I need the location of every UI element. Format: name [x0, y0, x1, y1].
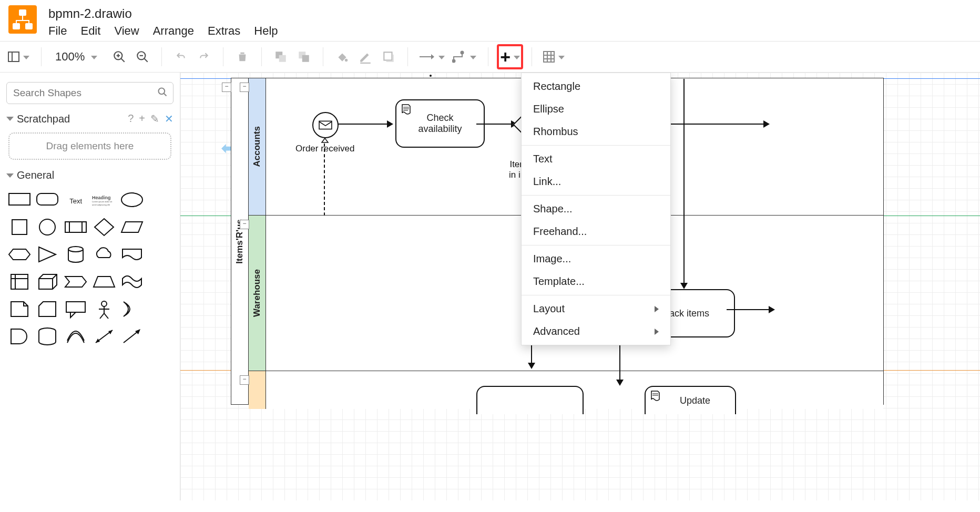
shape-data-store[interactable] [36, 326, 60, 349]
shape-arrow[interactable] [120, 326, 145, 349]
scratchpad-edit-icon[interactable]: ✎ [150, 112, 159, 125]
to-front-button[interactable] [270, 46, 291, 67]
table-button[interactable] [540, 46, 568, 67]
chevron-down-icon [6, 117, 14, 121]
menu-file[interactable]: File [48, 24, 67, 38]
shape-and[interactable] [7, 326, 32, 349]
svg-point-41 [68, 247, 83, 252]
pool-title[interactable]: Items'R'us [231, 78, 249, 404]
menu-help[interactable]: Help [254, 24, 278, 38]
shape-trapezoid[interactable] [92, 272, 116, 294]
shape-hexagon[interactable] [7, 244, 32, 267]
shape-document[interactable] [120, 244, 145, 267]
shape-process[interactable] [64, 217, 88, 239]
delete-button[interactable] [232, 46, 253, 67]
shape-note[interactable] [7, 299, 32, 321]
svg-line-10 [121, 58, 125, 62]
shape-square[interactable] [7, 217, 32, 239]
lane-collapse-button[interactable]: − [240, 83, 249, 92]
task-partial[interactable] [476, 386, 584, 414]
svg-rect-19 [302, 55, 309, 62]
insert-link[interactable]: Link... [522, 170, 670, 193]
svg-rect-53 [319, 121, 332, 129]
sequence-flow[interactable] [476, 124, 516, 125]
zoom-in-button[interactable] [109, 46, 130, 67]
to-back-button[interactable] [293, 46, 314, 67]
scratchpad-close-icon[interactable]: ✕ [165, 112, 173, 125]
shape-circle[interactable] [36, 217, 60, 239]
svg-point-25 [461, 52, 464, 54]
scratchpad-help-icon[interactable]: ? [128, 112, 134, 125]
shadow-button[interactable] [378, 46, 399, 67]
waypoint-style-button[interactable] [450, 46, 479, 67]
zoom-out-button[interactable] [132, 46, 153, 67]
redo-button[interactable] [193, 46, 215, 67]
insert-advanced-submenu[interactable]: Advanced [522, 320, 670, 343]
search-shapes-box[interactable] [6, 82, 173, 104]
zoom-level-label[interactable]: 100% [50, 50, 87, 64]
task-check-availability[interactable]: Check availability [395, 99, 485, 148]
connection-style-button[interactable] [416, 46, 448, 67]
shape-cloud[interactable] [92, 244, 116, 267]
insert-freehand[interactable]: Freehand... [522, 220, 670, 243]
lane-collapse-button[interactable]: − [240, 375, 249, 385]
chevron-down-icon [6, 173, 14, 178]
menu-arrange[interactable]: Arrange [153, 24, 194, 38]
sequence-flow[interactable] [727, 309, 774, 310]
svg-rect-6 [28, 20, 29, 24]
shape-curve[interactable] [64, 326, 88, 349]
shape-cylinder[interactable] [64, 244, 88, 267]
shape-or[interactable] [120, 299, 145, 321]
line-color-button[interactable] [355, 46, 376, 67]
shape-bidir-arrow[interactable] [92, 326, 116, 349]
menu-view[interactable]: View [114, 24, 139, 38]
shape-text[interactable]: Text [64, 190, 88, 212]
shape-parallelogram[interactable] [120, 217, 145, 239]
insert-rectangle[interactable]: Rectangle [522, 75, 670, 98]
insert-ellipse[interactable]: Ellipse [522, 98, 670, 120]
insert-rhombus[interactable]: Rhombus [522, 120, 670, 143]
shape-callout[interactable] [64, 299, 88, 321]
diagram-canvas[interactable]: ⬅ − Items'R'us Accounts − [180, 73, 980, 500]
svg-rect-21 [361, 63, 371, 64]
lane-collapse-button[interactable]: − [240, 220, 249, 229]
insert-button[interactable]: + [497, 44, 523, 69]
shape-internal-storage[interactable] [7, 272, 32, 294]
insert-image[interactable]: Image... [522, 248, 670, 270]
fill-color-button[interactable] [332, 46, 353, 67]
lane-shipping[interactable]: − Update [249, 371, 883, 409]
insert-template[interactable]: Template... [522, 270, 670, 293]
task-update[interactable]: Update [645, 386, 736, 414]
shape-rectangle[interactable] [7, 190, 32, 212]
scratchpad-add-icon[interactable]: + [139, 112, 145, 125]
shape-step[interactable] [64, 272, 88, 294]
shape-textbox[interactable]: HeadingLorem ipsum dolor sit amet adipis… [92, 190, 116, 212]
pool-collapse-button[interactable]: − [222, 83, 231, 92]
shape-rounded-rect[interactable] [36, 190, 60, 212]
scratchpad-dropzone[interactable]: Drag elements here [8, 132, 171, 160]
menu-edit[interactable]: Edit [80, 24, 100, 38]
shape-diamond[interactable] [92, 217, 116, 239]
scratchpad-section-header[interactable]: Scratchpad ? + ✎ ✕ [0, 109, 180, 128]
general-section-header[interactable]: General [0, 166, 180, 185]
shape-ellipse[interactable] [120, 190, 145, 212]
menu-extras[interactable]: Extras [208, 24, 240, 38]
shape-triangle[interactable] [36, 244, 60, 267]
shape-cube[interactable] [36, 272, 60, 294]
sequence-flow[interactable] [683, 79, 685, 288]
sequence-flow[interactable] [338, 124, 392, 125]
zoom-dropdown-icon[interactable] [89, 53, 97, 61]
insert-layout-submenu[interactable]: Layout [522, 298, 670, 320]
sidebar-toggle-button[interactable] [5, 46, 33, 67]
insert-shape[interactable]: Shape... [522, 198, 670, 220]
shape-card[interactable] [36, 299, 60, 321]
document-title[interactable]: bpmn-2.drawio [48, 5, 278, 24]
search-shapes-input[interactable] [12, 87, 157, 99]
insert-text[interactable]: Text [522, 148, 670, 170]
shape-actor[interactable] [92, 299, 116, 321]
bpmn-start-event[interactable] [312, 112, 339, 138]
svg-rect-33 [9, 193, 30, 205]
svg-rect-4 [16, 20, 29, 21]
shape-tape[interactable] [120, 272, 145, 294]
undo-button[interactable] [170, 46, 191, 67]
